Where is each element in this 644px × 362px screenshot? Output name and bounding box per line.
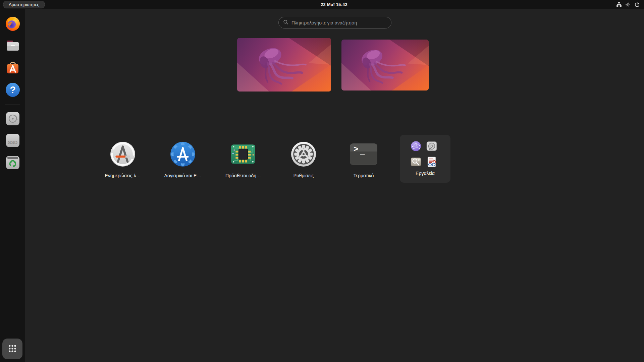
jellyfish-wallpaper <box>237 38 331 92</box>
dock-item-firefox[interactable] <box>0 16 25 32</box>
search-tool-icon <box>410 156 422 168</box>
connections-sphere-icon <box>410 140 422 152</box>
jellyfish-wallpaper <box>341 40 429 90</box>
wired-network-icon <box>616 2 622 7</box>
app-folder-utilities[interactable]: Εργαλεία <box>400 135 450 183</box>
power-icon <box>634 2 640 7</box>
system-status-area[interactable] <box>616 0 640 9</box>
dock: ? <box>0 9 25 362</box>
search-bar[interactable]: Πληκτρολογήστε για αναζήτηση <box>278 17 391 28</box>
top-bar: Δραστηριότητες 22 Μαΐ 15:42 <box>0 0 644 9</box>
dock-separator <box>5 105 20 105</box>
additional-drivers-icon <box>229 140 257 168</box>
search-icon <box>283 19 288 26</box>
disks-icon <box>426 140 437 152</box>
settings-gear-icon <box>289 140 318 168</box>
dock-item-recycle-drive[interactable] <box>0 155 25 171</box>
svg-text:SSD: SSD <box>8 140 17 145</box>
activities-button[interactable]: Δραστηριότητες <box>3 1 45 8</box>
workspace-thumbnail-2[interactable] <box>341 40 429 90</box>
disk-icon <box>5 111 20 127</box>
jellyfish-graphic <box>349 43 412 86</box>
firefox-icon <box>5 16 20 32</box>
volume-muted-icon <box>625 2 631 7</box>
ssd-drive-icon: SSD <box>5 133 20 149</box>
help-icon: ? <box>5 82 20 99</box>
ubuntu-software-icon <box>5 60 20 76</box>
gnome-activities-overview: Δραστηριότητες 22 Μαΐ 15:42 <box>0 0 644 362</box>
document-viewer-icon <box>426 156 437 168</box>
recycle-drive-icon <box>5 155 20 171</box>
dock-item-ubuntu-software[interactable] <box>0 60 25 76</box>
dock-item-disk[interactable] <box>0 111 25 127</box>
terminal-icon: > _ <box>350 143 377 165</box>
software-updater-icon <box>109 140 137 168</box>
dock-item-ssd-drive[interactable]: SSD <box>0 133 25 149</box>
show-applications-button[interactable] <box>2 339 22 359</box>
dock-item-files[interactable] <box>0 38 25 54</box>
app-grid-icon <box>6 343 18 356</box>
files-folder-icon <box>5 38 20 54</box>
search-placeholder: Πληκτρολογήστε για αναζήτηση <box>291 20 357 25</box>
folder-label: Εργαλεία <box>400 169 450 177</box>
workspace-thumbnail-1[interactable] <box>237 38 331 92</box>
overview-area: Πληκτρολογήστε για αναζήτηση <box>25 9 644 362</box>
svg-text:?: ? <box>10 84 16 95</box>
dock-item-help[interactable]: ? <box>0 82 25 99</box>
app-label: Τερματικό <box>322 172 406 180</box>
app-terminal[interactable]: > _ Τερματικό <box>335 140 392 184</box>
software-and-updates-icon <box>169 140 197 168</box>
clock[interactable]: 22 Μαΐ 15:42 <box>321 0 347 9</box>
jellyfish-graphic <box>246 42 313 86</box>
